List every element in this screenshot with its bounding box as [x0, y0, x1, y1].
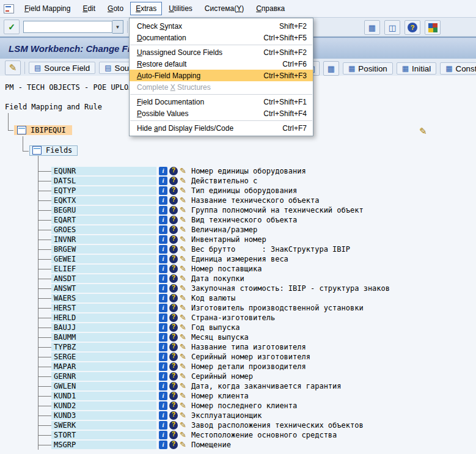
rule-undefined-question-icon[interactable]: ? — [169, 225, 178, 234]
rule-undefined-question-icon[interactable]: ? — [169, 245, 178, 254]
rule-undefined-question-icon[interactable]: ? — [169, 177, 178, 185]
documentation-info-icon[interactable]: i — [159, 245, 167, 254]
edit-rule-pencil-icon[interactable]: ✎ — [180, 167, 186, 175]
documentation-info-icon[interactable]: i — [159, 167, 167, 175]
source-field-button[interactable]: ▤ Source Field — [29, 62, 95, 74]
documentation-info-icon[interactable]: i — [159, 274, 167, 283]
menu-utilities[interactable]: Utilities — [163, 2, 198, 15]
edit-rule-pencil-icon[interactable]: ✎ — [180, 255, 186, 263]
menu-item-possible-values[interactable]: Possible Values Ctrl+Shift+F4 — [130, 108, 313, 119]
menu-item-restore-default[interactable]: Restore default Ctrl+F6 — [130, 58, 313, 70]
field-name[interactable]: BAUJJ — [51, 323, 156, 332]
documentation-info-icon[interactable]: i — [159, 196, 167, 205]
edit-rule-pencil-icon[interactable]: ✎ — [180, 225, 186, 234]
documentation-info-icon[interactable]: i — [159, 421, 167, 430]
rule-undefined-question-icon[interactable]: ? — [169, 186, 178, 195]
edit-rule-pencil-icon[interactable]: ✎ — [180, 323, 186, 332]
rule-undefined-question-icon[interactable]: ? — [169, 421, 178, 430]
documentation-info-icon[interactable]: i — [159, 392, 167, 400]
edit-rule-pencil-icon[interactable]: ✎ — [180, 353, 186, 361]
menu-item-auto-field-mapping[interactable]: Auto-Field Mapping Ctrl+Shift+F3 — [130, 70, 313, 81]
documentation-info-icon[interactable]: i — [159, 323, 167, 332]
edit-rule-pencil-icon[interactable]: ✎ — [180, 333, 186, 342]
menu-help[interactable]: Справка — [251, 2, 290, 15]
help-button[interactable]: ? — [405, 20, 420, 35]
menu-item-hide-display-fields-code[interactable]: Hide and Display Fields/Code Ctrl+F7 — [130, 122, 313, 134]
documentation-info-icon[interactable]: i — [159, 206, 167, 214]
edit-rule-pencil-icon[interactable]: ✎ — [180, 431, 186, 439]
documentation-info-icon[interactable]: i — [159, 431, 167, 439]
edit-rule-pencil-icon[interactable]: ✎ — [180, 441, 186, 449]
menu-item-unassigned-source-fields[interactable]: Unassigned Source Fields Ctrl+Shift+F2 — [130, 46, 313, 58]
rule-undefined-question-icon[interactable]: ? — [169, 343, 178, 351]
edit-rule-pencil-icon[interactable]: ✎ — [180, 382, 186, 390]
constant-button[interactable]: ▦ Constant — [440, 62, 476, 75]
menu-item-check-syntax[interactable]: Check Syntax Shift+F2 — [130, 20, 313, 32]
field-name[interactable]: HERST — [51, 304, 156, 312]
new-session-button[interactable]: ▦ — [364, 20, 380, 35]
field-name[interactable]: WAERS — [51, 294, 156, 302]
edit-rule-pencil-icon[interactable]: ✎ — [180, 245, 186, 254]
field-name[interactable]: KUND1 — [51, 392, 156, 400]
fields-node[interactable]: Fields — [29, 145, 78, 156]
rule-undefined-question-icon[interactable]: ? — [169, 392, 178, 400]
rule-undefined-question-icon[interactable]: ? — [169, 284, 178, 293]
edit-rule-pencil-icon[interactable]: ✎ — [180, 196, 186, 205]
field-name[interactable]: ELIEF — [51, 265, 156, 273]
field-name[interactable]: MSGRP — [51, 441, 156, 449]
documentation-info-icon[interactable]: i — [159, 225, 167, 234]
edit-rule-pencil-icon[interactable]: ✎ — [180, 235, 186, 244]
rule-undefined-question-icon[interactable]: ? — [169, 372, 178, 381]
documentation-info-icon[interactable]: i — [159, 382, 167, 390]
rule-undefined-question-icon[interactable]: ? — [169, 216, 178, 224]
field-name[interactable]: SWERK — [51, 421, 156, 430]
menu-goto[interactable]: Goto — [102, 2, 129, 15]
edit-rule-pencil-icon[interactable]: ✎ — [180, 421, 186, 430]
menu-item-documentation[interactable]: Documentation Ctrl+Shift+F5 — [130, 32, 313, 43]
documentation-info-icon[interactable]: i — [159, 411, 167, 420]
documentation-info-icon[interactable]: i — [159, 186, 167, 195]
edit-rule-pencil-icon[interactable]: ✎ — [180, 411, 186, 420]
field-name[interactable]: BRGEW — [51, 245, 156, 254]
edit-rule-pencil-icon[interactable]: ✎ — [180, 216, 186, 224]
edit-structure-pencil-icon[interactable]: ✎ — [419, 126, 427, 137]
field-name[interactable]: STORT — [51, 431, 156, 439]
edit-rule-pencil-icon[interactable]: ✎ — [180, 274, 186, 283]
rule-undefined-question-icon[interactable]: ? — [169, 274, 178, 283]
rule-undefined-question-icon[interactable]: ? — [169, 323, 178, 332]
rule-undefined-question-icon[interactable]: ? — [169, 265, 178, 273]
field-name[interactable]: EQUNR — [51, 167, 156, 175]
field-name[interactable]: TYPBZ — [51, 343, 156, 351]
edit-rule-pencil-icon[interactable]: ✎ — [180, 313, 186, 322]
rule-undefined-question-icon[interactable]: ? — [169, 401, 178, 410]
documentation-info-icon[interactable]: i — [159, 343, 167, 351]
rule-undefined-question-icon[interactable]: ? — [169, 294, 178, 302]
edit-rule-pencil-icon[interactable]: ✎ — [180, 401, 186, 410]
edit-rule-pencil-icon[interactable]: ✎ — [180, 372, 186, 381]
edit-rule-pencil-icon[interactable]: ✎ — [180, 362, 186, 371]
menu-system[interactable]: Система(Y) — [199, 2, 249, 15]
field-name[interactable]: EQKTX — [51, 196, 156, 205]
rule-undefined-question-icon[interactable]: ? — [169, 313, 178, 322]
edit-rule-pencil-icon[interactable]: ✎ — [180, 177, 186, 185]
documentation-info-icon[interactable]: i — [159, 294, 167, 302]
edit-rule-pencil-icon[interactable]: ✎ — [180, 343, 186, 351]
rule-undefined-question-icon[interactable]: ? — [169, 441, 178, 449]
edit-rule-pencil-icon[interactable]: ✎ — [180, 392, 186, 400]
documentation-info-icon[interactable]: i — [159, 265, 167, 273]
display-change-button[interactable]: ✎ — [5, 60, 21, 75]
edit-rule-pencil-icon[interactable]: ✎ — [180, 186, 186, 195]
field-name[interactable]: ANSDT — [51, 274, 156, 283]
edit-rule-pencil-icon[interactable]: ✎ — [180, 265, 186, 273]
command-field[interactable] — [23, 21, 112, 33]
edit-rule-pencil-icon[interactable]: ✎ — [180, 206, 186, 214]
rule-undefined-question-icon[interactable]: ? — [169, 235, 178, 244]
menu-field-mapping[interactable]: Field Mapping — [19, 2, 76, 15]
documentation-info-icon[interactable]: i — [159, 353, 167, 361]
menu-edit[interactable]: Edit — [77, 2, 101, 15]
field-name[interactable]: ANSWT — [51, 284, 156, 293]
documentation-info-icon[interactable]: i — [159, 235, 167, 244]
field-name[interactable]: HERLD — [51, 313, 156, 322]
rule-undefined-question-icon[interactable]: ? — [169, 196, 178, 205]
enter-button[interactable]: ✓ — [4, 20, 20, 34]
